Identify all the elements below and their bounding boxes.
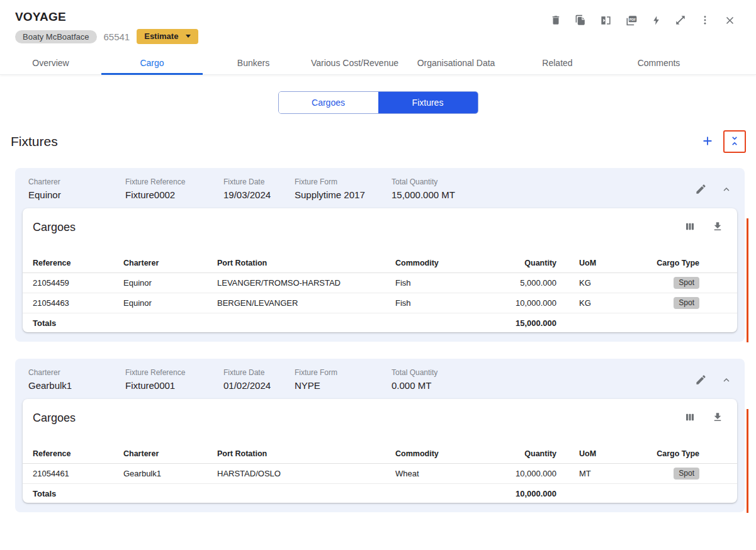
collapse-all-icon	[728, 135, 741, 149]
fixture-date-label: Fixture Date	[223, 177, 295, 186]
tab-related[interactable]: Related	[507, 51, 608, 74]
fixture-form-label: Fixture Form	[295, 368, 392, 377]
totals-quantity: 15,000.000	[496, 318, 556, 328]
col-header-uom[interactable]: UoM	[579, 259, 617, 267]
fixture-form-value: NYPE	[295, 380, 392, 391]
col-header-quantity[interactable]: Quantity	[496, 449, 556, 458]
col-header-reference[interactable]: Reference	[33, 449, 123, 458]
tab-bar: Overview Cargo Bunkers Various Cost/Reve…	[0, 51, 756, 75]
cell-port-rotation: HARSTAD/OSLO	[217, 469, 395, 478]
table-row[interactable]: 21054463 Equinor BERGEN/LEVANGER Fish 10…	[23, 293, 737, 313]
cargo-type-badge: Spot	[674, 297, 699, 309]
col-header-quantity[interactable]: Quantity	[496, 259, 556, 267]
cell-reference: 21054463	[33, 298, 123, 308]
collapse-all-button[interactable]	[723, 130, 746, 153]
tab-organisational-data[interactable]: Organisational Data	[405, 51, 507, 74]
total-quantity-value: 0.000 MT	[392, 380, 732, 391]
download-icon	[712, 221, 723, 234]
tab-cargo[interactable]: Cargo	[101, 51, 203, 74]
add-fixture-button[interactable]	[698, 132, 717, 152]
close-icon	[724, 14, 736, 26]
cargoes-card-title: Cargoes	[33, 412, 76, 425]
kebab-menu-icon	[699, 14, 711, 26]
columns-icon	[684, 412, 696, 425]
fixture-reference-value: Fixture0002	[125, 189, 223, 200]
cell-charterer: Gearbulk1	[123, 469, 217, 478]
fixture-card: Charterer Gearbulk1 Fixture Reference Fi…	[15, 359, 745, 512]
fixture-date-value: 01/02/2024	[223, 380, 295, 391]
cell-quantity: 10,000.000	[496, 298, 556, 308]
delete-button[interactable]	[550, 14, 561, 26]
expand-icon	[675, 14, 686, 26]
table-row[interactable]: 21054461 Gearbulk1 HARSTAD/OSLO Wheat 10…	[23, 464, 737, 484]
cargoes-card: Cargoes Reference Charterer Port Rotatio…	[23, 208, 737, 332]
tab-overview[interactable]: Overview	[0, 51, 101, 74]
total-quantity-value: 15,000.000 MT	[392, 189, 732, 200]
table-row[interactable]: 21054459 Equinor LEVANGER/TROMSO-HARSTAD…	[23, 273, 737, 293]
chevron-up-icon	[721, 184, 732, 197]
fixture-reference-label: Fixture Reference	[125, 368, 223, 377]
caret-down-icon	[186, 35, 191, 38]
expand-button[interactable]	[675, 14, 686, 26]
fixture-date-label: Fixture Date	[223, 368, 295, 377]
cell-uom: KG	[579, 278, 617, 288]
cell-quantity: 10,000.000	[496, 469, 556, 478]
column-settings-button[interactable]	[682, 218, 698, 237]
col-header-reference[interactable]: Reference	[33, 259, 123, 267]
totals-row: Totals 10,000.000	[23, 484, 737, 503]
cell-charterer: Equinor	[123, 278, 217, 288]
totals-label: Totals	[33, 489, 123, 498]
charterer-value: Gearbulk1	[28, 380, 125, 391]
col-header-commodity[interactable]: Commodity	[395, 259, 496, 267]
fixture-card: Charterer Equinor Fixture Reference Fixt…	[15, 168, 745, 342]
collapse-fixture-button[interactable]	[718, 372, 735, 390]
cell-reference: 21054459	[33, 278, 123, 288]
toggle-cargoes-button[interactable]: Cargoes	[279, 92, 378, 113]
duplicate-icon	[575, 14, 587, 26]
cargo-type-badge: Spot	[674, 277, 699, 289]
quick-actions-button[interactable]	[651, 15, 662, 26]
cargo-type-badge: Spot	[674, 468, 699, 480]
view-toggle: Cargoes Fixtures	[278, 91, 478, 114]
close-button[interactable]	[724, 14, 736, 26]
more-options-button[interactable]	[699, 14, 711, 26]
cell-commodity: Fish	[395, 278, 496, 288]
col-header-charterer[interactable]: Charterer	[123, 259, 217, 267]
download-button[interactable]	[709, 409, 726, 427]
fixture-form-label: Fixture Form	[295, 177, 392, 186]
export-pdf-button[interactable]: PDF	[625, 14, 638, 26]
col-header-cargo-type[interactable]: Cargo Type	[617, 449, 737, 458]
edit-fixture-button[interactable]	[692, 181, 709, 199]
flip-button[interactable]	[600, 14, 612, 26]
pencil-icon	[695, 374, 707, 388]
charterer-label: Charterer	[28, 368, 125, 377]
toggle-fixtures-button[interactable]: Fixtures	[378, 92, 478, 113]
col-header-cargo-type[interactable]: Cargo Type	[617, 259, 737, 267]
col-header-commodity[interactable]: Commodity	[395, 449, 496, 458]
col-header-uom[interactable]: UoM	[579, 449, 617, 458]
estimate-status-button[interactable]: Estimate	[137, 29, 198, 44]
cell-port-rotation: BERGEN/LEVANGER	[217, 298, 395, 308]
col-header-port-rotation[interactable]: Port Rotation	[217, 449, 395, 458]
edit-fixture-button[interactable]	[692, 371, 709, 390]
tab-bunkers[interactable]: Bunkers	[203, 51, 304, 74]
lightning-bolt-icon	[651, 15, 662, 26]
cell-uom: KG	[579, 298, 617, 308]
col-header-port-rotation[interactable]: Port Rotation	[217, 259, 395, 267]
charterer-value: Equinor	[28, 189, 125, 200]
column-settings-button[interactable]	[682, 409, 698, 427]
total-quantity-label: Total Quantity	[392, 177, 732, 186]
cell-reference: 21054461	[33, 469, 123, 478]
plus-icon	[701, 134, 714, 150]
tab-comments[interactable]: Comments	[608, 51, 709, 74]
fixture-reference-value: Fixture0001	[125, 380, 223, 391]
pdf-icon: PDF	[625, 14, 638, 26]
cargoes-card: Cargoes Reference Charterer Port Rotatio…	[23, 399, 737, 503]
download-button[interactable]	[709, 218, 726, 237]
col-header-charterer[interactable]: Charterer	[123, 449, 217, 458]
totals-quantity: 10,000.000	[496, 489, 556, 498]
collapse-fixture-button[interactable]	[718, 181, 735, 199]
tab-various-cost-revenue[interactable]: Various Cost/Revenue	[304, 51, 405, 74]
duplicate-button[interactable]	[575, 14, 587, 26]
section-title: Fixtures	[11, 134, 58, 149]
